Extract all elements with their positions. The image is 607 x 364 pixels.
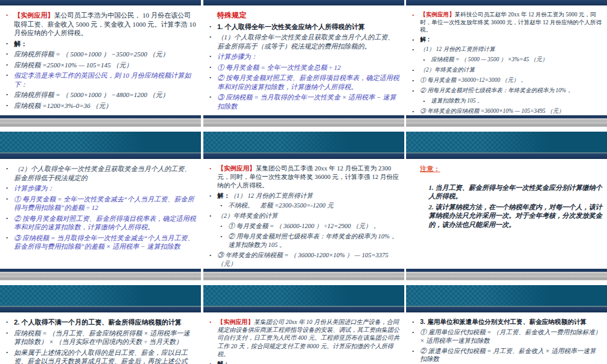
bullet-marker: • [209, 52, 217, 61]
slide-line: •③ 年终奖金的应纳税额 = （ 36000-1200×10% ） — 105=… [209, 251, 399, 268]
bullet-marker: • [6, 318, 14, 326]
bullet-marker: • [6, 329, 14, 337]
banner-navy-edge [0, 307, 201, 312]
bullet-marker: • [412, 11, 420, 19]
line-text: 速算扣除数为 105 。 [431, 97, 602, 105]
slide-partial-month: •2. 个人取得不满一个月的工资、薪金所得应纳税额的计算•应纳税额 = （当月工… [0, 285, 201, 364]
text-segment-orange: 注意： [420, 165, 440, 172]
slides-grid: •【实例应用】某公司员工李浩为中国公民， 10 月份在该公司取得工资、薪金收入 … [0, 0, 607, 364]
bullet-spacer [412, 164, 420, 166]
line-text: ③ 年终奖金的应纳税额 =36000×10% — 105=3495 （元） [420, 107, 602, 115]
text-segment-redT: 特殊规定 [217, 11, 246, 19]
slide-line: 特殊规定 [209, 11, 399, 21]
bullet-marker: • [6, 234, 14, 242]
bullet-marker: • [6, 50, 14, 58]
line-text: 解： [14, 39, 196, 49]
slide-content: •（2）个人取得全年一次性奖金且获取奖金当月个人的工资、薪金所得低于税法规定的•… [0, 159, 201, 269]
text-segment-kai: ③ 年终奖金的应纳税额 = （ 36000-1200×10% ） — 105=3… [217, 252, 388, 267]
text-segment-blue: ② 按每月奖金额对照工资、薪金所得项目税率表，确定适用税率和对应的速算扣除数，计… [217, 74, 399, 90]
bullet-marker: • [209, 360, 217, 364]
slide-content: •2. 个人取得不满一个月的工资、薪金所得应纳税额的计算•应纳税额 = （当月工… [0, 312, 201, 364]
bullet-marker: • [209, 22, 217, 31]
slide-line: •应纳税额 = （ 5000 — 3500 ） ×3%=45 （元） [412, 56, 602, 64]
text-segment-kai: ① 每月奖金额 = （ 36000-1200 ） ÷12=2900 （元）， [228, 223, 378, 229]
text-segment-kai: ① 雇用单位应代扣税额 = （月工资、薪金收入一费用扣除标准）× 适用税率一速算… [420, 329, 601, 344]
text-segment-blue: 假定李浩是来华工作的英国公民，则 10 月份应纳税额计算如下： [14, 72, 191, 88]
text-segment-red: 【实例应用】 [217, 164, 256, 172]
text-segment-boldD: 解： [217, 192, 230, 199]
line-text: （1）个人取得全年一次性奖金且获取奖金当月个人的工资、薪金所得高于（或等于）税法… [217, 33, 399, 50]
slide-line: •解： [412, 36, 602, 44]
bullet-marker: • [412, 318, 420, 326]
slide-footer-band [406, 272, 607, 280]
slide-line: •速算扣除数为 105 。 [412, 97, 602, 106]
text-segment-boldD: 1. 个人取得全年一次性奖金应纳个人所得税的计算 [217, 23, 365, 30]
text-segment-boldK: 2. 该计算纳税方法，在一个纳税年度内，对每一个人，该计算纳税办法只允许采用一次… [429, 203, 602, 228]
slide-line: •① 每月奖金额 = （ 36000-1200 ） ÷12=2900 （元）， [209, 222, 399, 231]
text-segment-blue: ① 每月奖金额 = 全年一次性奖金总额 ÷ 12 [217, 64, 341, 71]
bullet-marker: • [209, 318, 217, 326]
slide-line: •3. 雇用单位和派遣单位分别支付工资、薪金应纳税额的计算 [412, 318, 602, 326]
text-segment-blue: 计算步骤为： [14, 184, 54, 192]
line-text: 应纳税额 = （当月工资、薪金应纳税所得额 × 适用税率一速算扣除数） × （当… [14, 329, 196, 346]
slide-line: •应纳税所得额 = （ 5000+1000 ） −3500=2500 （元） [6, 50, 196, 59]
slide-line: •① 每月奖金额 = 全年一次性奖金总额 ÷ 12 [209, 63, 399, 72]
bullet-marker: • [6, 101, 14, 110]
bullet-spacer [209, 11, 217, 12]
line-text: ② 用每月奖金额对照七级税率表：年终奖金的税率为 10%， [420, 87, 602, 95]
line-text: ③ 年终奖金的应纳税额 = （ 36000-1200×10% ） — 105=3… [217, 251, 399, 268]
line-text: ② 用每月奖金额对照七级税率表：年终奖金的税率为 10%， 速算扣除数为 105… [228, 232, 399, 249]
text-segment-kai: （1） 12 月份的工资所得计算 [420, 46, 495, 52]
line-text: 2. 该计算纳税方法，在一个纳税年度内，对每一个人，该计算纳税办法只允许采用一次… [429, 203, 602, 229]
slide-line: •① 雇用单位应代扣税额 = （月工资、薪金收入一费用扣除标准）× 适用税率一速… [412, 328, 602, 345]
bullet-marker: • [423, 97, 431, 106]
slide-line: •1. 个人取得全年一次性奖金应纳个人所得税的计算 [209, 22, 399, 32]
bullet-spacer [421, 203, 429, 204]
text-segment-kai: 应纳税所得额 = （ 5000+1000 ） −4800=1200 （元） [14, 91, 169, 98]
slide-title-banner [406, 285, 607, 307]
text-segment-kai: 应纳税所得额 = （ 5000+1000 ） −3500=2500 （元） [14, 50, 169, 58]
slide-line: •③ 应纳税额 = 当月取得全年一次性奖金减去“个人当月工资、薪金所得与费用扣除… [6, 234, 196, 251]
slide-title-banner [203, 285, 404, 307]
line-text: 【实例应用】某公司员工李浩为中国公民， 10 月份在该公司取得工资、薪金收入 5… [14, 11, 196, 38]
text-segment-kai: ② 用每月奖金额对照七级税率表：年终奖金的税率为 10%， 速算扣除数为 105… [228, 233, 396, 248]
line-text: 3. 雇用单位和派遣单位分别支付工资、薪金应纳税额的计算 [420, 318, 602, 326]
slide-line: •② 按每月奖金额对照工资、薪金所得项目税率表，确定适用税率和对应的速算扣除数，… [6, 214, 196, 232]
slide-line: •① 每月奖金额 =36000÷12=3000 （元）， [412, 76, 602, 85]
bullet-marker: • [220, 201, 228, 210]
line-text: 应纳税额 =2500×10% — 105=145 （元） [14, 61, 196, 70]
line-text: 【实例应用】某集团公司员工李强 20xx 年 12 月份工资为 2300 元，同… [217, 164, 399, 190]
line-text: 应纳税额 =1200×3%-0=36 （元） [14, 101, 196, 110]
bullet-marker: • [6, 39, 14, 48]
slide-line: •② 用每月奖金额对照七级税率表：年终奖金的税率为 10%， [412, 87, 602, 95]
text-segment-kai: 应纳税额 =2500×10% — 105=145 （元） [14, 61, 132, 69]
text-segment-red: 【实例应用】 [217, 318, 254, 325]
line-text: 应纳税额 = （ 5000 — 3500 ） ×3%=45 （元） [431, 56, 602, 64]
text-segment-boldD: 3. 雇用单位和派遣单位分别支付工资、薪金应纳税额的计算 [420, 318, 586, 325]
slide-footer-band [0, 272, 201, 280]
slide-line: •（2）年终奖金的计算 [209, 212, 399, 220]
bullet-marker: • [209, 192, 217, 200]
text-segment-red: 【实例应用】 [420, 11, 455, 18]
bullet-marker: • [6, 11, 14, 19]
bullet-marker: • [209, 93, 217, 101]
slide-line: •① 每月奖金额 = 全年一次性奖金减去“个人当月工资、薪金所得与费用扣除额”的… [6, 195, 196, 212]
line-text: 注意： [420, 164, 602, 174]
slide-line: •（2）个人取得全年一次性奖金且获取奖金当月个人的工资、薪金所得低于税法规定的 [6, 164, 196, 182]
slide-line: •（2）年终奖金的计算 [412, 66, 602, 75]
line-text: （2）年终奖金的计算 [217, 212, 399, 220]
bullet-marker: • [6, 61, 14, 69]
bullet-marker: • [209, 73, 217, 82]
bullet-marker: • [412, 347, 420, 356]
text-segment-blue: ① 每月奖金额 = 全年一次性奖金减去“个人当月工资、薪金所得与费用扣除额”的差… [14, 195, 194, 212]
slide-line: •2. 个人取得不满一个月的工资、薪金所得应纳税额的计算 [6, 318, 196, 327]
slide-title-banner [0, 132, 201, 153]
bullet-marker: • [209, 33, 217, 41]
line-text: 特殊规定 [217, 11, 399, 21]
bullet-marker: • [6, 164, 14, 173]
slide-title-banner [203, 132, 404, 153]
text-segment-blue: ② 按每月奖金额对照工资、薪金所得项目税率表，确定适用税率和对应的速算扣除数，计… [14, 215, 196, 231]
line-text: ② 派遣单位应代扣税额 = 月工资、薪金收入 × 适用税率一速算扣除数 [420, 347, 602, 364]
slide-line: 2. 该计算纳税方法，在一个纳税年度内，对每一个人，该计算纳税办法只允许采用一次… [412, 203, 602, 229]
text-segment-boldD: 2. 个人取得不满一个月的工资、薪金所得应纳税额的计算 [14, 318, 181, 326]
